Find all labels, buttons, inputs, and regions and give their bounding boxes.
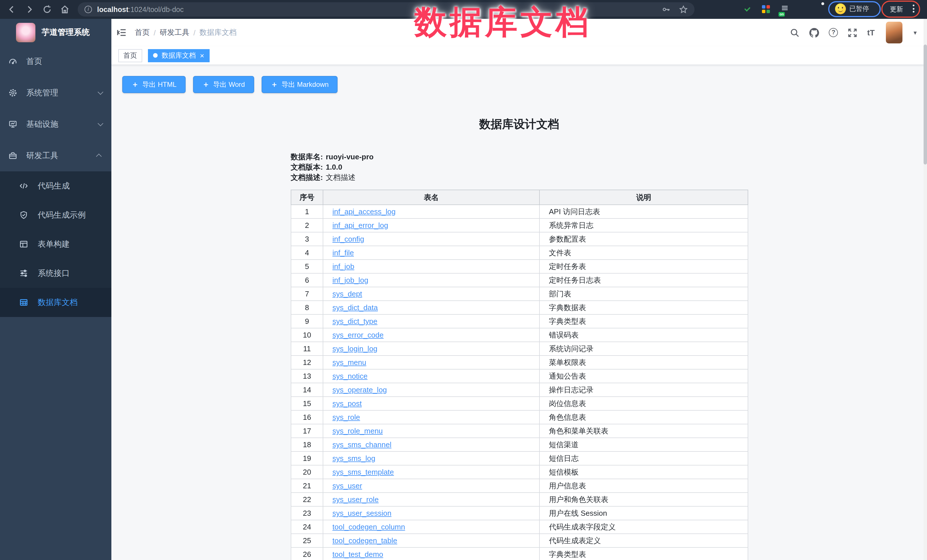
extension-leaf-icon[interactable]	[798, 4, 809, 14]
browser-menu-icon[interactable]	[912, 5, 915, 14]
row-table-name-cell: inf_api_error_log	[323, 219, 539, 232]
table-name-link[interactable]: sys_menu	[333, 358, 366, 367]
sidebar-subitem-label: 数据库文档	[38, 297, 78, 308]
sidebar-subitem-label: 代码生成示例	[38, 210, 86, 220]
table-name-link[interactable]: sys_user	[333, 481, 362, 490]
row-index: 14	[291, 383, 323, 397]
profile-paused-badge[interactable]: 已暂停	[835, 3, 869, 14]
table-name-link[interactable]: sys_dict_data	[333, 303, 378, 312]
sidebar-subitem-codegen-example[interactable]: 代码生成示例	[0, 200, 111, 229]
tag-active[interactable]: 数据库文档×	[148, 49, 209, 62]
row-index: 11	[291, 342, 323, 355]
row-index: 5	[291, 260, 323, 273]
browser-update-button[interactable]: 更新	[890, 5, 903, 14]
table-name-link[interactable]: inf_config	[333, 235, 364, 243]
table-name-link[interactable]: sys_sms_channel	[333, 440, 392, 449]
sidebar: 芋道管理系统 首页系统管理基础设施研发工具代码生成代码生成示例表单构建系统接口数…	[0, 19, 111, 560]
row-description: 用户信息表	[539, 479, 748, 493]
extension-grid-icon[interactable]	[761, 4, 771, 14]
row-index: 23	[291, 506, 323, 520]
table-name-link[interactable]: inf_api_error_log	[333, 221, 388, 229]
table-name-link[interactable]: tool_codegen_column	[333, 523, 405, 531]
export-button-2[interactable]: ＋导出 Markdown	[261, 76, 338, 93]
browser-reload-icon[interactable]	[42, 5, 52, 14]
font-size-icon[interactable]: tT	[867, 28, 875, 37]
table-name-link[interactable]: inf_file	[333, 249, 354, 257]
fullscreen-icon[interactable]	[848, 28, 858, 37]
sidebar-item-system-mgmt[interactable]: 系统管理	[0, 77, 111, 109]
table-name-link[interactable]: sys_dict_type	[333, 317, 378, 326]
breadcrumb-item[interactable]: 首页	[135, 27, 150, 38]
table-name-link[interactable]: inf_job_log	[333, 276, 368, 284]
row-description: 字典类型表	[539, 548, 748, 560]
address-bar[interactable]: i localhost:1024/tool/db-doc	[78, 2, 694, 17]
export-button-1[interactable]: ＋导出 Word	[193, 76, 254, 93]
row-description: 错误码表	[539, 328, 748, 342]
tag-0[interactable]: 首页	[118, 49, 142, 62]
page-content: ＋导出 HTML＋导出 Word＋导出 Markdown 数据库设计文档 数据库…	[111, 65, 927, 560]
user-avatar[interactable]	[886, 22, 903, 43]
table-name-link[interactable]: sys_user_session	[333, 509, 392, 518]
sidebar-item-infrastructure[interactable]: 基础设施	[0, 109, 111, 140]
table-name-link[interactable]: sys_role_menu	[333, 426, 383, 435]
page-scrollbar[interactable]	[924, 19, 927, 560]
browser-home-icon[interactable]	[60, 5, 70, 14]
export-button-0[interactable]: ＋导出 HTML	[122, 76, 185, 93]
bookmark-star-icon[interactable]	[679, 5, 688, 14]
sidebar-logo[interactable]: 芋道管理系统	[0, 19, 111, 46]
extension-pin-icon[interactable]	[723, 4, 733, 14]
sidebar-subitem-codegen[interactable]: 代码生成	[0, 171, 111, 200]
table-name-link[interactable]: inf_job	[333, 262, 354, 271]
table-name-link[interactable]: sys_sms_log	[333, 454, 375, 463]
table-name-link[interactable]: tool_codegen_table	[333, 536, 397, 545]
browser-back-icon[interactable]	[7, 5, 17, 14]
breadcrumb-item[interactable]: 研发工具	[160, 27, 189, 38]
meta-value: ruoyi-vue-pro	[326, 152, 374, 161]
row-description: 参数配置表	[539, 232, 748, 246]
extensions-puzzle-icon[interactable]	[818, 4, 828, 14]
table-row: 8sys_dict_data字典数据表	[291, 301, 748, 314]
table-row: 2inf_api_error_log系统异常日志	[291, 219, 748, 232]
search-icon[interactable]	[790, 28, 800, 37]
table-name-link[interactable]: sys_login_log	[333, 344, 378, 353]
extension-check-icon[interactable]	[742, 4, 752, 14]
sidebar-item-home[interactable]: 首页	[0, 46, 111, 77]
sidebar-collapse-icon[interactable]	[117, 27, 127, 38]
table-name-link[interactable]: sys_notice	[333, 372, 368, 380]
sidebar-item-dev-tools[interactable]: 研发工具	[0, 140, 111, 171]
password-key-icon[interactable]	[662, 5, 670, 14]
sidebar-item-label: 首页	[26, 56, 102, 67]
row-table-name-cell: inf_config	[323, 232, 539, 246]
meta-value: 文档描述	[326, 173, 356, 182]
table-name-link[interactable]: sys_user_role	[333, 495, 379, 504]
row-description: 操作日志记录	[539, 383, 748, 397]
table-name-link[interactable]: sys_dept	[333, 290, 362, 298]
table-name-link[interactable]: inf_api_access_log	[333, 207, 395, 216]
table-name-link[interactable]: tool_test_demo	[333, 550, 383, 558]
table-name-link[interactable]: sys_error_code	[333, 331, 383, 339]
extension-proxy-on-icon[interactable]: on	[780, 4, 790, 14]
sidebar-subitem-form-builder[interactable]: 表单构建	[0, 229, 111, 259]
url-text[interactable]: localhost:1024/tool/db-doc	[97, 5, 184, 14]
site-info-icon[interactable]: i	[85, 6, 92, 13]
tag-label: 首页	[123, 50, 137, 60]
sidebar-subitem-system-api[interactable]: 系统接口	[0, 259, 111, 288]
meta-label: 文档版本:	[291, 163, 323, 171]
chevron-down-icon[interactable]: ▾	[913, 29, 917, 36]
table-name-link[interactable]: sys_post	[333, 399, 362, 408]
extension-orange-icon[interactable]	[704, 4, 714, 14]
browser-forward-icon[interactable]	[24, 5, 34, 14]
table-row: 26tool_test_demo字典类型表	[291, 548, 748, 560]
row-description: 系统异常日志	[539, 219, 748, 232]
close-icon[interactable]: ×	[200, 52, 204, 59]
row-table-name-cell: sys_notice	[323, 369, 539, 383]
table-name-link[interactable]: sys_role	[333, 413, 360, 422]
github-icon[interactable]	[810, 28, 819, 37]
row-description: 通知公告表	[539, 369, 748, 383]
scrollbar-thumb[interactable]	[924, 44, 927, 164]
sidebar-subitem-db-doc[interactable]: 数据库文档	[0, 288, 111, 317]
table-name-link[interactable]: sys_sms_template	[333, 468, 394, 477]
help-icon[interactable]: ?	[829, 28, 838, 37]
row-description: 短信模板	[539, 465, 748, 479]
table-name-link[interactable]: sys_operate_log	[333, 385, 387, 394]
